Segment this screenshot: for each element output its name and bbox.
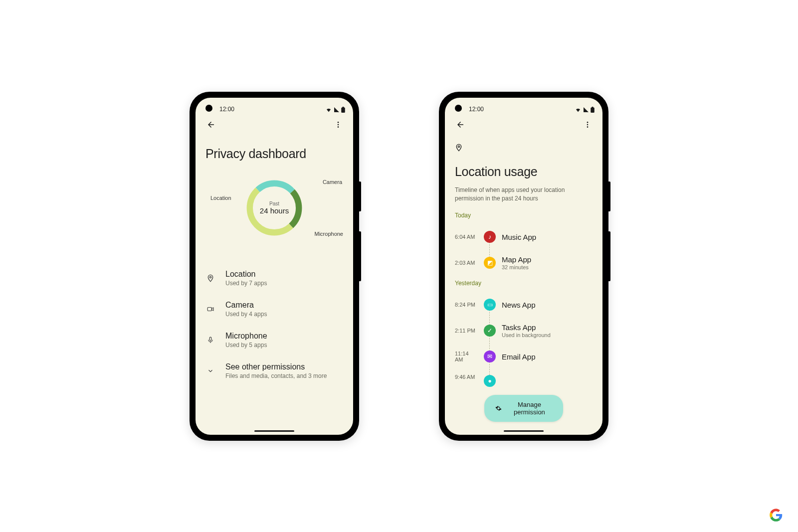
home-indicator[interactable] <box>254 430 294 432</box>
timeline-app: Email App <box>502 353 536 361</box>
donut-label-camera: Camera <box>323 179 342 185</box>
manage-permission-button[interactable]: Manage permission <box>484 395 563 422</box>
camera-icon <box>205 306 215 313</box>
timeline-row[interactable]: 6:04 AM ♪ Music App <box>455 224 593 250</box>
svg-point-3 <box>338 124 339 126</box>
timeline-time: 11:14 AM <box>455 351 478 362</box>
timeline-row[interactable]: 11:14 AM ✉ Email App <box>455 344 593 369</box>
permission-title: See other permissions <box>225 362 327 371</box>
donut-center: Past 24 hours <box>260 201 289 215</box>
donut-center-l1: Past <box>260 201 289 206</box>
app-icon-music: ♪ <box>484 231 496 243</box>
permission-other[interactable]: See other permissions Files and media, c… <box>205 355 343 386</box>
app-icon-email: ✉ <box>484 351 496 362</box>
svg-point-16 <box>458 146 459 147</box>
app-icon-map: ◩ <box>484 257 496 269</box>
permission-list: Location Used by 7 apps Camera Used by 4… <box>205 263 343 386</box>
battery-icon <box>591 107 595 113</box>
overflow-button[interactable] <box>581 118 595 133</box>
permission-sub: Files and media, contacts, and 3 more <box>225 372 327 379</box>
status-bar: 12:00 <box>196 98 353 115</box>
timeline-row[interactable]: 2:03 AM ◩ Map App 32 minutes <box>455 250 593 276</box>
page-title: Privacy dashboard <box>205 147 343 161</box>
privacy-dashboard-screen: 12:00 Privacy dashboard <box>196 98 353 435</box>
app-icon-tasks: ✓ <box>484 325 496 337</box>
timeline-app: News App <box>502 301 536 309</box>
timeline-app: Map App <box>502 255 531 264</box>
timeline-connector <box>489 310 490 326</box>
svg-rect-10 <box>209 337 211 341</box>
svg-rect-12 <box>592 107 594 108</box>
google-logo <box>769 508 783 522</box>
phone-left: 12:00 Privacy dashboard <box>190 92 359 441</box>
timeline-connector <box>489 242 490 258</box>
timeline-app: Tasks App <box>502 323 551 332</box>
more-vert-icon <box>334 121 342 129</box>
status-icons <box>325 107 345 113</box>
svg-point-2 <box>338 122 339 123</box>
timeline-sub: 32 minutes <box>502 264 531 270</box>
donut-label-microphone: Microphone <box>315 231 343 237</box>
status-bar: 12:00 <box>445 98 602 115</box>
permission-title: Camera <box>225 301 267 310</box>
back-arrow-icon <box>456 120 465 129</box>
timeline-time: 2:03 AM <box>455 260 478 266</box>
donut-center-l2: 24 hours <box>260 206 289 215</box>
section-yesterday: Yesterday <box>455 280 593 287</box>
wifi-icon <box>575 107 582 113</box>
permission-title: Location <box>225 270 267 279</box>
permission-sub: Used by 4 apps <box>225 311 267 318</box>
timeline-time: 9:46 AM <box>455 374 478 380</box>
location-icon <box>205 273 215 283</box>
timeline-connector <box>489 336 490 352</box>
permission-sub: Used by 5 apps <box>225 342 267 349</box>
timeline-time: 8:24 PM <box>455 302 478 308</box>
status-time: 12:00 <box>219 106 325 113</box>
overflow-button[interactable] <box>331 118 345 133</box>
usage-donut-chart: Past 24 hours Location Camera Microphone <box>205 168 343 248</box>
svg-rect-11 <box>591 107 595 113</box>
donut-label-location: Location <box>210 195 231 201</box>
svg-rect-1 <box>343 107 344 108</box>
camera-hole <box>205 105 212 112</box>
more-vert-icon <box>584 121 592 129</box>
status-icons <box>575 107 595 113</box>
timeline-today: 6:04 AM ♪ Music App 2:03 AM ◩ Map App 32… <box>455 224 593 276</box>
permission-location[interactable]: Location Used by 7 apps <box>205 263 343 294</box>
back-button[interactable] <box>453 117 468 134</box>
svg-point-4 <box>338 126 339 128</box>
camera-hole <box>455 105 462 112</box>
timeline-row[interactable]: 8:24 PM ▭ News App <box>455 292 593 318</box>
chevron-down-icon <box>205 367 215 374</box>
timeline-row[interactable]: 2:11 PM ✓ Tasks App Used in background <box>455 318 593 344</box>
toolbar <box>445 115 602 137</box>
timeline-time: 2:11 PM <box>455 328 478 334</box>
signal-icon <box>583 107 590 113</box>
permission-camera[interactable]: Camera Used by 4 apps <box>205 294 343 325</box>
signal-icon <box>333 107 340 113</box>
fab-label: Manage permission <box>507 401 552 416</box>
svg-point-15 <box>587 126 589 128</box>
back-button[interactable] <box>203 117 218 134</box>
section-today: Today <box>455 212 593 219</box>
page-subtitle: Timeline of when apps used your location… <box>455 186 593 203</box>
svg-rect-0 <box>341 107 345 113</box>
svg-point-8 <box>209 276 211 278</box>
timeline-row[interactable]: 9:46 AM ● <box>455 369 593 384</box>
gear-icon <box>495 404 502 412</box>
svg-point-13 <box>587 122 589 123</box>
svg-rect-9 <box>207 307 211 311</box>
timeline-app: Music App <box>502 233 536 241</box>
wifi-icon <box>325 107 332 113</box>
app-icon-unknown: ● <box>484 375 496 387</box>
phone-right: 12:00 Location usage Timeline of when ap… <box>439 92 608 441</box>
status-time: 12:00 <box>469 106 575 113</box>
home-indicator[interactable] <box>504 430 544 432</box>
page-title: Location usage <box>455 165 593 179</box>
timeline-yesterday: 8:24 PM ▭ News App 2:11 PM ✓ Tasks App U… <box>455 292 593 384</box>
permission-title: Microphone <box>225 332 267 341</box>
mic-icon <box>205 336 215 345</box>
location-usage-screen: 12:00 Location usage Timeline of when ap… <box>445 98 602 435</box>
toolbar <box>196 115 353 137</box>
permission-microphone[interactable]: Microphone Used by 5 apps <box>205 325 343 355</box>
